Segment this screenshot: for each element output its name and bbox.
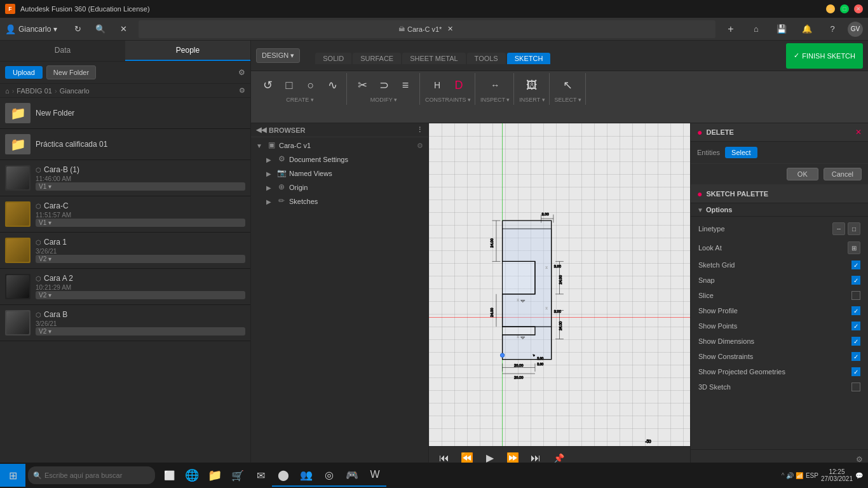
edge-button[interactable]: 🌐: [180, 464, 203, 487]
minimize-button[interactable]: –: [826, 4, 835, 13]
tab-sheet-metal[interactable]: SHEET METAL: [402, 53, 465, 64]
search-bar[interactable]: 🔍: [28, 466, 155, 484]
list-item[interactable]: 📁 New Folder: [0, 98, 250, 129]
list-item[interactable]: ⬡ Cara-B (1) 11:46:00 AM V1 ▾: [0, 160, 250, 196]
rect-tool[interactable]: □: [279, 75, 299, 95]
tab-people[interactable]: People: [125, 41, 250, 61]
show-projected-checkbox[interactable]: ✓: [851, 367, 860, 376]
options-section-header[interactable]: ▼ Options: [691, 203, 868, 217]
show-dimensions-checkbox[interactable]: ✓: [851, 337, 860, 346]
app4-button[interactable]: 🎮: [341, 464, 363, 487]
cancel-button[interactable]: Cancel: [824, 168, 862, 180]
bc-fabdig[interactable]: FABDIG 01: [17, 87, 52, 95]
version-badge[interactable]: V1 ▾: [36, 219, 245, 227]
tree-arrow: ▶: [266, 198, 274, 205]
account-menu[interactable]: 👤 Giancarlo ▾: [5, 24, 57, 34]
finish-sketch-button[interactable]: ✓ FINISH SKETCH: [786, 43, 863, 69]
panel-settings-icon[interactable]: ⚙: [238, 68, 245, 77]
arc-tool[interactable]: ↺: [257, 75, 278, 95]
tab-tools[interactable]: TOOLS: [467, 53, 506, 64]
collapse-delete-icon[interactable]: ●: [697, 127, 702, 137]
slice-checkbox[interactable]: [851, 291, 860, 300]
list-item[interactable]: ⬡ Cara B 3/26/21 V2 ▾: [0, 305, 250, 341]
zoom-button[interactable]: ⬤: [272, 464, 295, 487]
new-folder-button[interactable]: New Folder: [46, 65, 96, 79]
measure-tool[interactable]: ↔: [485, 75, 505, 95]
tree-item-doc-settings[interactable]: ▶ ⚙ Document Settings: [251, 152, 428, 166]
tree-item-sketches[interactable]: ▶ ✏ Sketches: [251, 194, 428, 208]
close-tab-button[interactable]: ✕: [113, 19, 133, 39]
upload-button[interactable]: Upload: [5, 66, 43, 79]
list-item[interactable]: ⬡ Cara-C 11:51:57 AM V1 ▾: [0, 196, 250, 233]
tab-solid[interactable]: SOLID: [315, 53, 351, 64]
refresh-button[interactable]: ↻: [67, 19, 88, 39]
main-canvas[interactable]: 3.00 24.00 3.00 24.00: [429, 123, 690, 469]
sketch-grid-checkbox[interactable]: ✓: [851, 261, 860, 269]
search-input[interactable]: [44, 471, 133, 479]
version-badge[interactable]: V2 ▾: [36, 291, 245, 299]
version-badge[interactable]: V1 ▾: [36, 182, 245, 191]
chrome-button[interactable]: ◎: [318, 464, 341, 487]
version-badge[interactable]: V2 ▾: [36, 255, 245, 263]
look-at-button[interactable]: ⊞: [848, 241, 860, 254]
title-text: Autodesk Fusion 360 (Education License): [20, 5, 150, 13]
horizontal-tool[interactable]: H: [427, 75, 447, 95]
collapse-browser-icon[interactable]: ◀◀: [256, 126, 266, 134]
tree-arrow: ▶: [266, 156, 274, 163]
list-item[interactable]: 📁 Práctica calificada 01: [0, 129, 250, 160]
toolbar-right: + ⌂ 💾 🔔 ? GV: [721, 19, 863, 39]
avatar[interactable]: GV: [848, 22, 863, 37]
circle-tool[interactable]: ○: [301, 75, 321, 95]
dimension-tool[interactable]: D: [449, 75, 469, 95]
show-constraints-checkbox[interactable]: ✓: [851, 352, 860, 361]
bc-settings-icon[interactable]: ⚙: [239, 86, 245, 95]
mail-button[interactable]: ✉: [249, 464, 272, 487]
collapse-palette-icon[interactable]: ●: [697, 189, 702, 199]
notifications-button[interactable]: 🔔: [797, 19, 817, 39]
design-dropdown[interactable]: DESIGN ▾: [256, 48, 300, 63]
bc-giancarlo[interactable]: Giancarlo: [60, 87, 90, 95]
word-button[interactable]: W: [363, 464, 386, 487]
offset-tool[interactable]: ≡: [395, 75, 416, 95]
close-delete-icon[interactable]: ✕: [855, 128, 862, 137]
tab-surface[interactable]: SURFACE: [353, 53, 401, 64]
insert-image-tool[interactable]: 🖼: [522, 75, 542, 95]
scissors-tool[interactable]: ✂: [352, 75, 372, 95]
list-item[interactable]: ⬡ Cara A 2 10:21:29 AM V2 ▾: [0, 269, 250, 305]
extend-tool[interactable]: ⊃: [374, 75, 394, 95]
new-tab-button[interactable]: +: [721, 19, 741, 39]
show-profile-checkbox[interactable]: ✓: [851, 306, 860, 315]
maximize-button[interactable]: □: [840, 4, 849, 13]
start-button[interactable]: ⊞: [0, 464, 25, 487]
3d-sketch-checkbox[interactable]: [851, 383, 860, 391]
autosave-button[interactable]: 💾: [771, 19, 792, 39]
spline-tool[interactable]: ∿: [322, 75, 342, 95]
explorer-button[interactable]: 📁: [203, 464, 226, 487]
task-view-button[interactable]: ⬜: [158, 464, 180, 487]
notification-icon[interactable]: 💬: [855, 472, 863, 479]
list-item[interactable]: ⬡ Cara 1 3/26/21 V2 ▾: [0, 233, 250, 269]
help-button[interactable]: ?: [822, 19, 843, 39]
tab-sketch[interactable]: SKETCH: [507, 53, 551, 64]
search-button[interactable]: 🔍: [90, 19, 111, 39]
store-button[interactable]: 🛒: [226, 464, 249, 487]
tree-item-named-views[interactable]: ▶ 📷 Named Views: [251, 166, 428, 180]
show-points-checkbox[interactable]: ✓: [851, 322, 860, 330]
tree-item-cara-c[interactable]: ▼ ▣ Cara-C v1 ⚙: [251, 139, 428, 152]
tab-close-button[interactable]: ✕: [444, 24, 456, 35]
ok-button[interactable]: OK: [787, 168, 818, 180]
item-settings-icon[interactable]: ⚙: [417, 142, 423, 150]
select-tool[interactable]: ↖: [558, 75, 578, 95]
bc-home[interactable]: ⌂: [5, 87, 10, 95]
teams-button[interactable]: 👥: [295, 464, 318, 487]
linetype-btn2[interactable]: □: [848, 222, 860, 235]
tab-data[interactable]: Data: [0, 41, 125, 61]
close-button[interactable]: ✕: [854, 4, 863, 13]
tree-item-origin[interactable]: ▶ ⊕ Origin: [251, 180, 428, 194]
select-button[interactable]: Select: [725, 147, 757, 158]
browser-menu-icon[interactable]: ⋮: [416, 126, 423, 134]
linetype-btn1[interactable]: ╌: [832, 222, 845, 235]
version-badge[interactable]: V2 ▾: [36, 327, 245, 336]
home-button[interactable]: ⌂: [746, 19, 766, 39]
snap-checkbox[interactable]: ✓: [851, 276, 860, 285]
